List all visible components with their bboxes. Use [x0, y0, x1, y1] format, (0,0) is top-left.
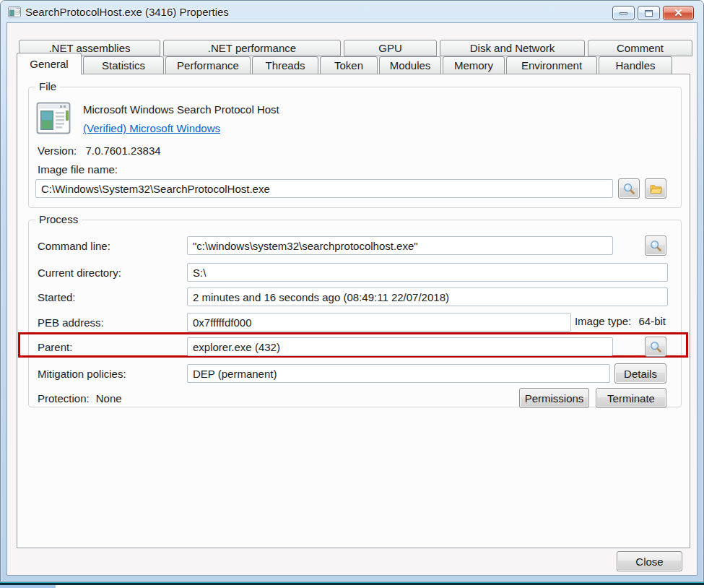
protection-row: Protection: None Permissions Terminate: [38, 388, 672, 408]
version-label: Version:: [38, 144, 77, 157]
tab-row-secondary: .NET assemblies .NET performance GPU Dis…: [19, 40, 692, 56]
parent-field[interactable]: explorer.exe (432): [187, 337, 613, 356]
process-group-legend: Process: [35, 213, 82, 225]
started-label: Started:: [38, 291, 187, 303]
magnifier-icon: [650, 240, 662, 252]
magnifier-icon: [650, 341, 662, 353]
version-value: 7.0.7601.23834: [85, 144, 160, 157]
mitigation-policies-label: Mitigation policies:: [38, 368, 187, 380]
tab-general[interactable]: General: [17, 53, 82, 74]
mitigation-policies-field[interactable]: DEP (permanent): [187, 364, 610, 383]
command-line-label: Command line:: [38, 240, 187, 252]
verified-signer-link[interactable]: (Verified) Microsoft Windows: [83, 122, 220, 134]
mitigation-row: Mitigation policies: DEP (permanent) Det…: [38, 363, 672, 384]
tab-environment[interactable]: Environment: [506, 56, 597, 74]
application-icon: [36, 102, 71, 137]
file-description: Microsoft Windows Search Protocol Host: [83, 103, 279, 116]
command-line-row: Command line: "c:\windows\system32\searc…: [38, 235, 672, 256]
tab-disk-network[interactable]: Disk and Network: [440, 40, 585, 56]
tab-net-performance[interactable]: .NET performance: [163, 40, 341, 56]
magnifier-icon: [623, 183, 635, 195]
tab-comment[interactable]: Comment: [588, 40, 692, 56]
process-groupbox: Process Command line: "c:\windows\system…: [28, 220, 682, 407]
current-directory-field[interactable]: S:\: [187, 263, 668, 282]
image-file-name-label: Image file name:: [38, 163, 118, 176]
folder-icon: [650, 183, 662, 195]
inspect-image-button[interactable]: [618, 178, 640, 199]
general-tab-page: File: [17, 74, 690, 548]
command-line-field[interactable]: "c:\windows\system32\searchprotocolhost.…: [187, 236, 613, 255]
protection-value: None: [96, 392, 122, 405]
window-title: SearchProtocolHost.exe (3416) Properties: [25, 6, 229, 18]
current-directory-label: Current directory:: [38, 267, 187, 279]
tab-gpu[interactable]: GPU: [344, 40, 437, 56]
peb-address-field[interactable]: 0x7fffffdf000: [187, 313, 571, 332]
properties-window: SearchProtocolHost.exe (3416) Properties…: [0, 0, 704, 582]
started-field[interactable]: 2 minutes and 16 seconds ago (08:49:11 2…: [187, 287, 668, 306]
tab-performance[interactable]: Performance: [165, 56, 251, 74]
image-type-row: Image type: 64-bit: [575, 315, 666, 327]
minimize-button[interactable]: [612, 6, 635, 20]
parent-label: Parent:: [38, 341, 187, 353]
details-button[interactable]: Details: [614, 363, 666, 384]
close-button[interactable]: Close: [617, 551, 682, 571]
tab-memory[interactable]: Memory: [443, 56, 505, 74]
protection-label: Protection:: [38, 392, 90, 405]
app-window-icon: [8, 7, 21, 17]
terminate-button[interactable]: Terminate: [596, 388, 666, 408]
current-directory-row: Current directory: S:\: [38, 262, 672, 282]
minimize-icon: [620, 12, 627, 14]
parent-row: Parent: explorer.exe (432): [38, 337, 672, 357]
inspect-parent-button[interactable]: [645, 337, 666, 357]
image-type-value: 64-bit: [638, 315, 666, 327]
tab-threads[interactable]: Threads: [252, 56, 318, 74]
tab-token[interactable]: Token: [320, 56, 378, 74]
tab-statistics[interactable]: Statistics: [83, 56, 164, 74]
close-icon: ✕: [674, 7, 683, 20]
started-row: Started: 2 minutes and 16 seconds ago (0…: [38, 287, 672, 307]
titlebar[interactable]: SearchProtocolHost.exe (3416) Properties…: [1, 1, 703, 22]
permissions-button[interactable]: Permissions: [519, 388, 589, 408]
background-window-corner: [0, 585, 56, 588]
tab-modules[interactable]: Modules: [379, 56, 441, 74]
tab-handles[interactable]: Handles: [599, 56, 672, 74]
open-file-location-button[interactable]: [645, 178, 666, 199]
peb-address-row: PEB address: 0x7fffffdf000 Image type: 6…: [38, 312, 672, 332]
image-type-label: Image type:: [575, 315, 631, 327]
file-group-legend: File: [35, 80, 60, 92]
tab-row-primary: General Statistics Performance Threads T…: [17, 56, 672, 74]
maximize-button[interactable]: [638, 6, 660, 20]
background-window-edge: [0, 582, 704, 585]
file-groupbox: File: [28, 87, 682, 208]
peb-address-label: PEB address:: [38, 316, 187, 329]
dialog-client-area: .NET assemblies .NET performance GPU Dis…: [6, 22, 698, 576]
inspect-command-line-button[interactable]: [645, 235, 666, 256]
close-window-button[interactable]: ✕: [663, 6, 694, 20]
maximize-icon: [645, 10, 653, 17]
image-file-name-field[interactable]: C:\Windows\System32\SearchProtocolHost.e…: [35, 179, 613, 198]
version-row: Version: 7.0.7601.23834: [38, 144, 161, 157]
